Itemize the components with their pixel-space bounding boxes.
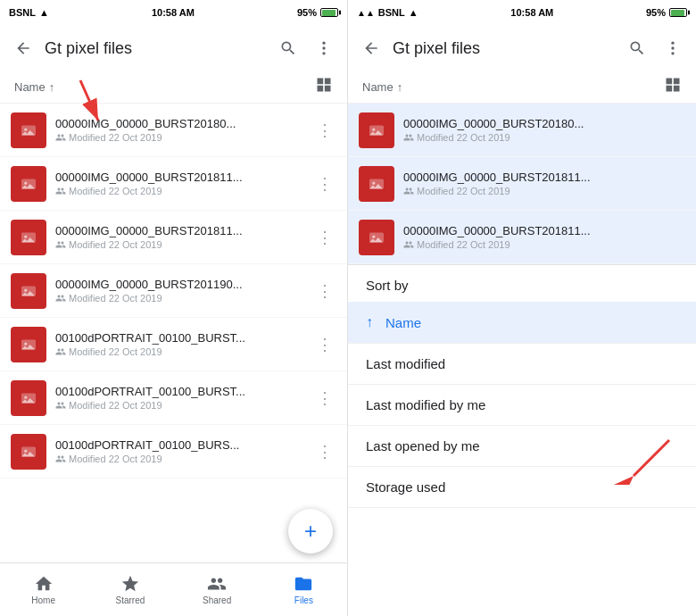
sort-item-storage-used[interactable]: Storage used [348,467,696,508]
more-button-right[interactable] [659,34,687,62]
nav-files[interactable]: Files [261,570,347,609]
list-item[interactable]: 00000IMG_00000_BURST201811... Modified 2… [348,157,696,211]
battery-pct-left: 95% [297,7,317,18]
battery-icon-left [320,8,338,17]
shared-icon [55,132,66,143]
nav-home-label: Home [31,595,55,605]
file-more-button[interactable]: ⋮ [313,278,336,304]
file-more-button[interactable]: ⋮ [313,331,336,358]
file-modified: Modified 22 Oct 2019 [417,239,510,250]
fab-button[interactable]: + [288,509,333,554]
grid-view-button-left[interactable] [315,76,333,98]
file-meta: Modified 22 Oct 2019 [55,293,304,304]
sort-name-button-right[interactable]: Name ↑ [362,80,402,94]
file-name: 00100dPORTRAIT_00100_BURST... [55,385,304,398]
grid-icon-right [664,76,682,94]
shared-nav-icon [207,574,227,594]
list-item[interactable]: 00000IMG_00000_BURST201811... Modified 2… [348,211,696,264]
svg-point-0 [322,42,325,45]
list-item[interactable]: 00000IMG_00000_BURST201811... Modified 2… [0,211,347,264]
shared-icon [55,239,66,250]
star-icon [120,574,140,594]
svg-point-8 [24,235,27,237]
shared-icon [55,454,66,464]
shared-icon [55,186,66,196]
file-info: 00000IMG_00000_BURST201811... Modified 2… [394,171,685,196]
right-panel: ▲▲ BSNL ▲ 10:58 AM 95% Gt pixel files [348,0,696,616]
sort-name-button-left[interactable]: Name ↑ [14,80,54,94]
sort-item-last-modified[interactable]: Last modified [348,344,696,385]
file-info: 00000IMG_00000_BURST201811... Modified 2… [46,171,313,196]
svg-point-25 [372,181,375,184]
svg-point-12 [24,342,27,345]
battery-fill-right [671,10,684,16]
list-item[interactable]: 00100dPORTRAIT_00100_BURS... Modified 22… [0,425,347,479]
back-button-left[interactable] [9,34,37,62]
nav-shared-label: Shared [203,595,231,605]
list-item[interactable]: 00000IMG_00000_BURST201190... Modified 2… [0,264,347,318]
file-thumbnail [359,220,394,255]
file-meta: Modified 22 Oct 2019 [55,400,304,411]
shared-icon [403,132,414,143]
sort-item-name[interactable]: ↑ Name [348,302,696,344]
list-item[interactable]: 00000IMG_00000_BURST201811... Modified 2… [0,157,347,211]
file-name: 00000IMG_00000_BURST201811... [55,171,304,184]
right-status-right: 95% [646,7,687,18]
more-button-left[interactable] [310,34,338,62]
carrier-right: BSNL [378,7,405,18]
search-button-right[interactable] [623,34,651,62]
right-status-left: 95% [297,7,338,18]
image-icon [368,123,385,137]
file-more-button[interactable]: ⋮ [313,117,336,144]
sort-last-modified-me-label: Last modified by me [366,397,485,412]
sort-last-modified-label: Last modified [366,356,445,371]
svg-point-6 [24,181,27,184]
back-arrow-icon-right [362,39,380,57]
nav-shared[interactable]: Shared [174,570,261,609]
sort-title: Sort by [348,265,696,302]
svg-point-23 [372,128,375,130]
file-info: 00000IMG_00000_BURST20180... Modified 22… [46,117,313,143]
file-modified: Modified 22 Oct 2019 [69,239,162,250]
back-arrow-icon-left [14,39,32,57]
nav-starred[interactable]: Starred [87,570,173,609]
sort-item-last-modified-me[interactable]: Last modified by me [348,385,696,426]
file-info: 00100dPORTRAIT_00100_BURS... Modified 22… [46,438,313,464]
sort-storage-label: Storage used [366,479,445,495]
list-item[interactable]: 00100dPORTRAIT_00100_BURST... Modified 2… [0,318,347,371]
list-item[interactable]: 00100dPORTRAIT_00100_BURST... Modified 2… [0,371,347,425]
battery-fill-left [322,10,336,16]
battery-icon-right [669,8,687,17]
file-more-button[interactable]: ⋮ [313,224,336,251]
file-thumbnail [11,112,46,148]
search-button-left[interactable] [274,34,302,62]
back-button-right[interactable] [357,34,385,62]
file-modified: Modified 22 Oct 2019 [69,132,162,143]
file-name: 00000IMG_00000_BURST201811... [403,224,676,237]
svg-point-4 [24,128,27,130]
file-info: 00000IMG_00000_BURST201190... Modified 2… [46,278,313,304]
left-status: BSNL ▲ [9,7,49,18]
file-thumbnail [11,166,46,202]
file-list-right: 00000IMG_00000_BURST20180... Modified 22… [348,104,696,264]
svg-point-20 [671,46,674,49]
file-info: 00100dPORTRAIT_00100_BURST... Modified 2… [46,385,313,411]
file-meta: Modified 22 Oct 2019 [55,186,304,196]
sort-last-opened-me-label: Last opened by me [366,438,480,454]
red-arrow-storage [607,431,678,485]
list-item[interactable]: 00000IMG_00000_BURST20180... Modified 22… [0,104,347,157]
file-more-button[interactable]: ⋮ [313,438,336,465]
file-more-button[interactable]: ⋮ [313,171,336,197]
grid-icon-left [315,76,333,94]
image-icon [20,337,37,352]
list-item[interactable]: 00000IMG_00000_BURST20180... Modified 22… [348,104,696,157]
nav-home[interactable]: Home [0,570,87,609]
svg-line-29 [634,440,669,476]
grid-view-button-right[interactable] [664,76,682,98]
svg-point-16 [24,449,27,452]
file-more-button[interactable]: ⋮ [313,385,336,412]
file-name: 00000IMG_00000_BURST20180... [55,117,304,130]
sort-up-icon: ↑ [366,314,373,330]
svg-point-19 [671,42,674,45]
file-info: 00000IMG_00000_BURST20180... Modified 22… [394,117,685,143]
